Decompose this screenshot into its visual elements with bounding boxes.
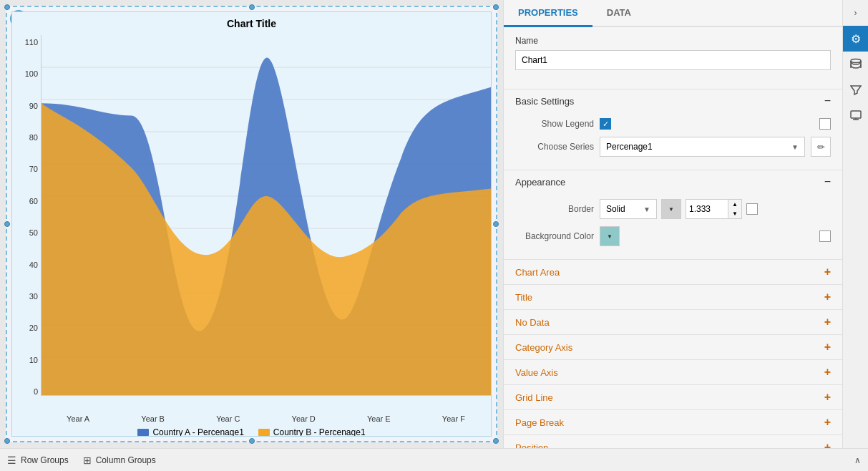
sidebar-icons: › ⚙ — [842, 0, 868, 448]
border-style-select[interactable]: Solid ▼ — [600, 199, 657, 219]
chart-plot — [41, 35, 491, 396]
legend-color-country-b — [258, 429, 270, 436]
legend-item-country-b: Country B - Percenage1 — [258, 427, 366, 437]
filter-svg — [850, 84, 862, 96]
section-position-label: Position — [515, 442, 548, 449]
choose-series-select[interactable]: Percenage1 ▼ — [600, 137, 805, 157]
section-value-axis-toggle[interactable]: + — [824, 366, 831, 379]
handle-bottom-right[interactable] — [493, 438, 499, 444]
row-groups-item[interactable]: ☰ Row Groups — [7, 455, 69, 466]
row-groups-label: Row Groups — [21, 455, 69, 465]
x-axis: Year A Year B Year C Year D Year E Year … — [12, 413, 491, 423]
section-title: Title + — [504, 284, 842, 309]
appearance-toggle[interactable]: − — [824, 176, 831, 188]
handle-top-right[interactable] — [493, 4, 499, 10]
choose-series-value: Percenage1 — [606, 142, 653, 152]
chart-svg — [42, 35, 491, 395]
section-no-data-header[interactable]: No Data + — [504, 310, 842, 334]
border-width-up[interactable]: ▲ — [728, 200, 741, 209]
chart-content: 110 100 90 80 70 60 50 40 30 20 10 0 — [12, 32, 491, 413]
edit-panel-svg — [850, 110, 862, 122]
border-checkbox[interactable] — [746, 203, 758, 215]
basic-settings-title: Basic Settings — [515, 96, 574, 107]
properties-panel: PROPERTIES DATA Name Basic Settings − Sh… — [504, 0, 842, 448]
y-axis: 110 100 90 80 70 60 50 40 30 20 10 0 — [12, 35, 41, 410]
handle-top-left[interactable] — [4, 4, 10, 10]
border-color-arrow: ▼ — [668, 206, 674, 213]
handle-bottom-middle[interactable] — [249, 438, 255, 444]
handle-top-middle[interactable] — [249, 4, 255, 10]
chart-legend: Country A - Percenage1 Country B - Perce… — [12, 423, 491, 437]
section-title-header[interactable]: Title + — [504, 285, 842, 309]
show-legend-row: Show Legend ✓ — [515, 118, 831, 130]
tab-properties[interactable]: PROPERTIES — [504, 0, 593, 27]
border-number-group: 1.333 ▲ ▼ — [686, 199, 742, 219]
section-grid-line-toggle[interactable]: + — [824, 391, 831, 404]
section-category-axis-header[interactable]: Category Axis + — [504, 335, 842, 359]
bg-color-label: Background Color — [515, 231, 594, 241]
edit-panel-icon-button[interactable] — [843, 103, 869, 129]
section-no-data-toggle[interactable]: + — [824, 316, 831, 329]
border-width-input[interactable]: 1.333 — [686, 199, 728, 219]
tab-data[interactable]: DATA — [593, 0, 645, 27]
section-value-axis: Value Axis + — [504, 359, 842, 384]
bg-color-controls: ▼ — [600, 226, 620, 246]
section-position-header[interactable]: Position + — [504, 435, 842, 448]
section-category-axis-toggle[interactable]: + — [824, 341, 831, 354]
column-groups-item[interactable]: ⊞ Column Groups — [83, 455, 156, 466]
panel-content: Name — [504, 27, 842, 89]
legend-color-country-a — [137, 429, 149, 436]
chart-inner: Chart Title 110 100 90 80 70 60 50 40 30… — [11, 11, 492, 437]
bottom-bar: ☰ Row Groups ⊞ Column Groups ∧ — [0, 448, 868, 471]
bg-color-checkbox[interactable] — [819, 230, 831, 242]
bg-color-row: Background Color ▼ — [515, 226, 831, 246]
appearance-content: Border Solid ▼ ▼ 1.333 — [504, 193, 842, 259]
expand-button[interactable]: › — [843, 0, 869, 26]
name-input[interactable] — [515, 50, 831, 70]
choose-series-label: Choose Series — [515, 142, 594, 152]
bg-color-swatch[interactable]: ▼ — [600, 226, 620, 246]
appearance-section[interactable]: Appearance − — [504, 170, 842, 193]
name-label: Name — [515, 36, 831, 46]
border-label: Border — [515, 204, 594, 214]
show-legend-label: Show Legend — [515, 119, 594, 129]
section-category-axis-label: Category Axis — [515, 342, 572, 353]
section-position-toggle[interactable]: + — [824, 441, 831, 448]
border-width-down[interactable]: ▼ — [728, 209, 741, 218]
border-width-stepper: ▲ ▼ — [728, 199, 742, 219]
border-style-value: Solid — [606, 204, 625, 214]
handle-middle-right[interactable] — [493, 221, 499, 227]
handle-middle-left[interactable] — [4, 221, 10, 227]
filter-icon-button[interactable] — [843, 77, 869, 103]
section-title-toggle[interactable]: + — [824, 291, 831, 304]
svg-point-11 — [851, 59, 861, 63]
legend-label-country-b: Country B - Percenage1 — [273, 427, 366, 437]
show-legend-extra-checkbox[interactable] — [819, 118, 831, 130]
section-value-axis-label: Value Axis — [515, 367, 558, 378]
database-icon-button[interactable] — [843, 52, 869, 77]
collapse-button[interactable]: ∧ — [854, 455, 861, 465]
section-chart-area-label: Chart Area — [515, 267, 560, 278]
basic-settings-content: Show Legend ✓ Choose Series Percenage1 ▼… — [504, 112, 842, 170]
settings-icon-button[interactable]: ⚙ — [843, 26, 869, 52]
section-grid-line-header[interactable]: Grid Line + — [504, 385, 842, 409]
section-page-break: Page Break + — [504, 409, 842, 434]
chart-container: ⊕ Chart Title 110 100 90 80 70 60 50 40 … — [6, 6, 497, 442]
panel-tabs: PROPERTIES DATA — [504, 0, 842, 27]
section-chart-area-header[interactable]: Chart Area + — [504, 260, 842, 284]
series-edit-button[interactable]: ✏ — [811, 137, 831, 157]
basic-settings-toggle[interactable]: − — [824, 95, 831, 107]
border-color-swatch[interactable]: ▼ — [661, 199, 681, 219]
show-legend-checkbox[interactable]: ✓ — [600, 118, 611, 130]
handle-bottom-left[interactable] — [4, 438, 10, 444]
right-panel: PROPERTIES DATA Name Basic Settings − Sh… — [503, 0, 868, 448]
section-page-break-label: Page Break — [515, 417, 564, 428]
chart-title: Chart Title — [12, 12, 491, 32]
border-width-value: 1.333 — [689, 204, 711, 214]
collapsible-sections: Chart Area + Title + No Data + — [504, 259, 842, 448]
section-chart-area-toggle[interactable]: + — [824, 266, 831, 278]
basic-settings-section[interactable]: Basic Settings − — [504, 89, 842, 112]
section-value-axis-header[interactable]: Value Axis + — [504, 360, 842, 384]
section-page-break-toggle[interactable]: + — [824, 416, 831, 429]
section-page-break-header[interactable]: Page Break + — [504, 410, 842, 434]
